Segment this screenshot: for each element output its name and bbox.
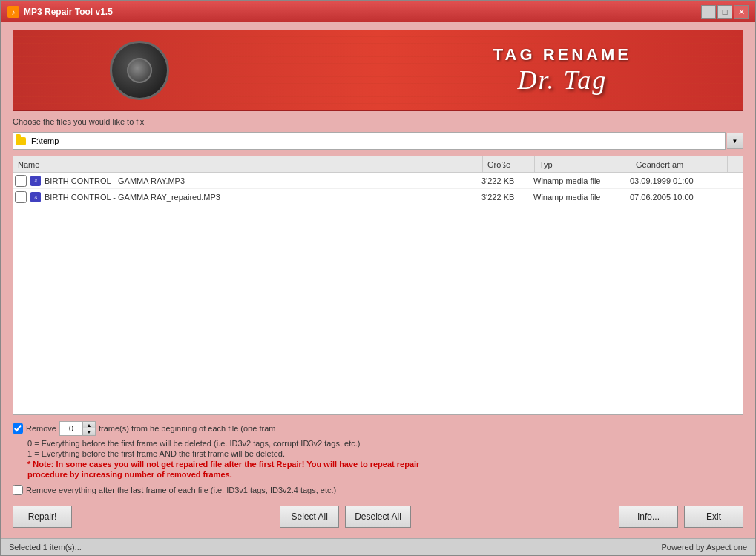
spinner-input[interactable]: 0 [60,422,82,435]
file-name-1: BIRTH CONTROL - GAMMA RAY.MP3 [45,176,481,185]
banner-dr-tag: Dr. Tag [493,64,631,96]
banner-tag-rename: TAG RENAME [493,45,631,64]
info-button[interactable]: Info... [619,506,678,528]
window-title: MP3 Repair Tool v1.5 [24,7,113,17]
info-lines: 0 = Everything before the first frame wi… [13,439,743,479]
exit-button[interactable]: Exit [684,506,743,528]
status-bar: Selected 1 item(s)... Powered by Aspect … [1,538,755,555]
path-bar: F:\temp ▼ [13,132,743,150]
title-bar-left: ♪ MP3 Repair Tool v1.5 [7,6,113,18]
spinner-buttons: ▲ ▼ [82,422,95,435]
remove-after-row: Remove everything after the last frame o… [13,485,743,495]
options-section: Remove 0 ▲ ▼ frame(s) from he beginning … [13,421,743,495]
status-left: Selected 1 item(s)... [9,543,82,552]
folder-shape [16,137,26,145]
table-row: ♫ BIRTH CONTROL - GAMMA RAY_repaired.MP3… [13,189,743,205]
select-all-button[interactable]: Select All [280,506,339,528]
banner: TAG RENAME Dr. Tag [13,30,743,111]
remove-frames-checkbox[interactable] [13,423,23,434]
table-row: ♫ BIRTH CONTROL - GAMMA RAY.MP3 3'222 KB… [13,173,743,189]
header-size: Größe [483,156,535,172]
maximize-button[interactable]: □ [717,5,732,19]
frame-spinner: 0 ▲ ▼ [59,421,96,436]
button-bar: Repair! Select All Deselect All Info... … [13,501,743,531]
path-display[interactable]: F:\temp [28,133,725,149]
remove-label-pre: Remove [26,424,56,433]
file-size-1: 3'222 KB [481,176,533,185]
mp3-icon-1: ♫ [30,175,42,187]
file-name-2: BIRTH CONTROL - GAMMA RAY_repaired.MP3 [45,193,481,202]
spinner-down-button[interactable]: ▼ [83,428,95,435]
close-button[interactable]: ✕ [734,5,749,19]
path-input-wrapper: F:\temp [13,132,726,150]
title-bar: ♪ MP3 Repair Tool v1.5 – □ ✕ [1,1,755,22]
spinner-up-button[interactable]: ▲ [83,422,95,428]
header-type: Typ [535,156,631,172]
info-line-2: * Note: In some cases you will not get r… [27,460,743,469]
file-list-container: Name Größe Typ Geändert am ♫ [13,156,743,415]
window-content: TAG RENAME Dr. Tag Choose the files you … [1,22,755,538]
file-date-1: 03.09.1999 01:00 [630,176,726,185]
title-buttons: – □ ✕ [701,5,749,19]
file-list-body: ♫ BIRTH CONTROL - GAMMA RAY.MP3 3'222 KB… [13,173,743,414]
status-right: Powered by Aspect one [661,543,747,552]
main-window: ♪ MP3 Repair Tool v1.5 – □ ✕ TAG RENAME … [0,0,756,556]
remove-label-post: frame(s) from he beginning of each file … [99,424,275,433]
deselect-all-button[interactable]: Deselect All [345,506,411,528]
mp3-icon-2: ♫ [30,191,42,203]
file-date-2: 07.06.2005 10:00 [630,193,726,202]
file-checkbox-1[interactable] [15,175,27,187]
file-list-header: Name Größe Typ Geändert am [13,156,743,173]
folder-icon [13,133,28,149]
remove-after-checkbox[interactable] [13,485,23,495]
remove-frames-row: Remove 0 ▲ ▼ frame(s) from he beginning … [13,421,743,436]
header-extra [728,156,743,172]
header-date: Geändert am [631,156,728,172]
file-type-2: Winamp media file [533,193,630,202]
minimize-button[interactable]: – [701,5,716,19]
info-line-3: procedure by increasing number of remove… [27,470,743,479]
repair-button[interactable]: Repair! [13,506,72,528]
file-type-1: Winamp media file [533,176,630,185]
app-icon: ♪ [7,6,19,18]
path-dropdown-button[interactable]: ▼ [727,133,743,149]
banner-speaker-icon [110,41,169,100]
choose-label: Choose the files you would like to fix [13,117,743,126]
remove-after-label: Remove everything after the last frame o… [26,486,336,494]
header-name: Name [13,156,483,172]
file-checkbox-2[interactable] [15,191,27,203]
info-line-1: 1 = Everything before the first frame AN… [27,449,743,458]
info-line-0: 0 = Everything before the first frame wi… [27,439,743,448]
banner-text: TAG RENAME Dr. Tag [493,45,631,96]
file-size-2: 3'222 KB [481,193,533,202]
